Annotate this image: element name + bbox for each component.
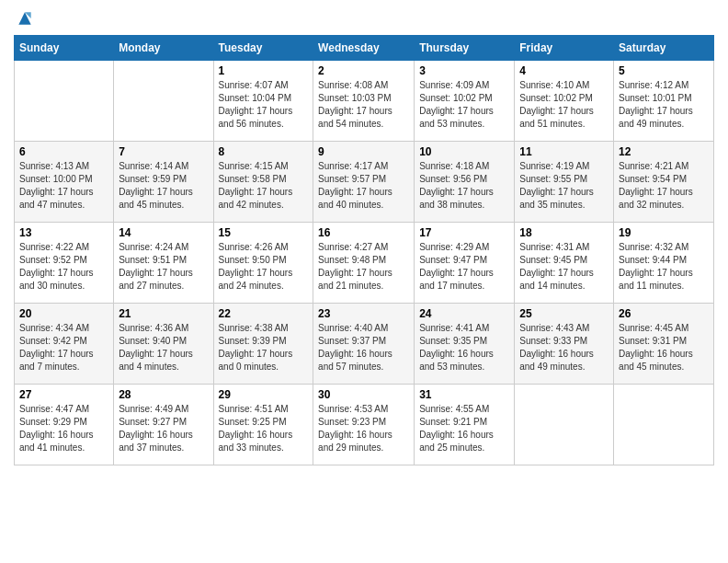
day-number: 16 — [318, 226, 409, 239]
calendar-cell — [515, 385, 614, 465]
day-number: 24 — [419, 307, 509, 320]
day-number: 26 — [619, 307, 709, 320]
day-info: Sunrise: 4:55 AMSunset: 9:21 PMDaylight:… — [419, 403, 509, 454]
calendar-cell: 8Sunrise: 4:15 AMSunset: 9:58 PMDaylight… — [213, 142, 313, 223]
calendar-header-wednesday: Wednesday — [313, 36, 415, 61]
calendar-header-row: SundayMondayTuesdayWednesdayThursdayFrid… — [15, 36, 714, 61]
day-number: 12 — [619, 145, 709, 158]
day-info: Sunrise: 4:07 AMSunset: 10:04 PMDaylight… — [219, 79, 309, 131]
calendar-cell: 25Sunrise: 4:43 AMSunset: 9:33 PMDayligh… — [515, 304, 614, 385]
calendar-cell: 31Sunrise: 4:55 AMSunset: 9:21 PMDayligh… — [415, 385, 515, 465]
day-number: 19 — [619, 226, 709, 239]
calendar-week-3: 13Sunrise: 4:22 AMSunset: 9:52 PMDayligh… — [15, 223, 714, 304]
logo-text — [14, 9, 34, 28]
calendar-header-saturday: Saturday — [614, 36, 714, 61]
day-number: 28 — [119, 388, 208, 401]
day-number: 5 — [619, 64, 709, 77]
calendar-cell: 5Sunrise: 4:12 AMSunset: 10:01 PMDayligh… — [614, 61, 714, 142]
day-info: Sunrise: 4:09 AMSunset: 10:02 PMDaylight… — [419, 79, 509, 131]
calendar-cell: 7Sunrise: 4:14 AMSunset: 9:59 PMDaylight… — [114, 142, 213, 223]
calendar-week-5: 27Sunrise: 4:47 AMSunset: 9:29 PMDayligh… — [15, 385, 714, 465]
day-number: 8 — [219, 145, 309, 158]
calendar-cell: 15Sunrise: 4:26 AMSunset: 9:50 PMDayligh… — [213, 223, 313, 304]
calendar-cell: 4Sunrise: 4:10 AMSunset: 10:02 PMDayligh… — [515, 61, 614, 142]
calendar-header-tuesday: Tuesday — [213, 36, 313, 61]
calendar-cell — [114, 61, 213, 142]
day-info: Sunrise: 4:19 AMSunset: 9:55 PMDaylight:… — [519, 160, 609, 212]
day-info: Sunrise: 4:29 AMSunset: 9:47 PMDaylight:… — [419, 241, 509, 293]
day-info: Sunrise: 4:53 AMSunset: 9:23 PMDaylight:… — [318, 403, 409, 454]
calendar-cell — [15, 61, 114, 142]
header — [14, 9, 714, 28]
calendar-cell: 21Sunrise: 4:36 AMSunset: 9:40 PMDayligh… — [114, 304, 213, 385]
day-info: Sunrise: 4:47 AMSunset: 9:29 PMDaylight:… — [19, 403, 108, 454]
calendar-cell: 14Sunrise: 4:24 AMSunset: 9:51 PMDayligh… — [114, 223, 213, 304]
calendar-cell: 24Sunrise: 4:41 AMSunset: 9:35 PMDayligh… — [415, 304, 515, 385]
day-number: 22 — [219, 307, 309, 320]
day-number: 13 — [19, 226, 108, 239]
day-info: Sunrise: 4:26 AMSunset: 9:50 PMDaylight:… — [219, 241, 309, 293]
day-number: 11 — [519, 145, 609, 158]
calendar-week-2: 6Sunrise: 4:13 AMSunset: 10:00 PMDayligh… — [15, 142, 714, 223]
day-number: 6 — [19, 145, 108, 158]
calendar-cell: 28Sunrise: 4:49 AMSunset: 9:27 PMDayligh… — [114, 385, 213, 465]
day-info: Sunrise: 4:41 AMSunset: 9:35 PMDaylight:… — [419, 322, 509, 373]
day-number: 20 — [19, 307, 108, 320]
day-number: 27 — [19, 388, 108, 401]
calendar-cell: 30Sunrise: 4:53 AMSunset: 9:23 PMDayligh… — [313, 385, 415, 465]
day-number: 15 — [219, 226, 309, 239]
page: SundayMondayTuesdayWednesdayThursdayFrid… — [0, 0, 728, 475]
day-number: 31 — [419, 388, 509, 401]
day-info: Sunrise: 4:24 AMSunset: 9:51 PMDaylight:… — [119, 241, 208, 293]
day-info: Sunrise: 4:15 AMSunset: 9:58 PMDaylight:… — [219, 160, 309, 212]
calendar-cell: 16Sunrise: 4:27 AMSunset: 9:48 PMDayligh… — [313, 223, 415, 304]
logo-icon — [16, 9, 34, 28]
day-number: 23 — [318, 307, 409, 320]
calendar-week-1: 1Sunrise: 4:07 AMSunset: 10:04 PMDayligh… — [15, 61, 714, 142]
day-number: 14 — [119, 226, 208, 239]
day-info: Sunrise: 4:27 AMSunset: 9:48 PMDaylight:… — [318, 241, 409, 293]
day-number: 1 — [219, 64, 309, 77]
day-info: Sunrise: 4:49 AMSunset: 9:27 PMDaylight:… — [119, 403, 208, 454]
day-number: 18 — [519, 226, 609, 239]
calendar-cell: 17Sunrise: 4:29 AMSunset: 9:47 PMDayligh… — [415, 223, 515, 304]
day-info: Sunrise: 4:51 AMSunset: 9:25 PMDaylight:… — [219, 403, 309, 454]
calendar-header-friday: Friday — [515, 36, 614, 61]
day-info: Sunrise: 4:14 AMSunset: 9:59 PMDaylight:… — [119, 160, 208, 212]
calendar-cell: 6Sunrise: 4:13 AMSunset: 10:00 PMDayligh… — [15, 142, 114, 223]
calendar-cell: 27Sunrise: 4:47 AMSunset: 9:29 PMDayligh… — [15, 385, 114, 465]
calendar-cell: 11Sunrise: 4:19 AMSunset: 9:55 PMDayligh… — [515, 142, 614, 223]
day-number: 10 — [419, 145, 509, 158]
calendar-header-thursday: Thursday — [415, 36, 515, 61]
calendar-cell: 1Sunrise: 4:07 AMSunset: 10:04 PMDayligh… — [213, 61, 313, 142]
day-info: Sunrise: 4:32 AMSunset: 9:44 PMDaylight:… — [619, 241, 709, 293]
day-number: 4 — [519, 64, 609, 77]
day-info: Sunrise: 4:36 AMSunset: 9:40 PMDaylight:… — [119, 322, 208, 373]
calendar-cell: 20Sunrise: 4:34 AMSunset: 9:42 PMDayligh… — [15, 304, 114, 385]
calendar-cell: 22Sunrise: 4:38 AMSunset: 9:39 PMDayligh… — [213, 304, 313, 385]
day-info: Sunrise: 4:21 AMSunset: 9:54 PMDaylight:… — [619, 160, 709, 212]
calendar-header-sunday: Sunday — [15, 36, 114, 61]
day-number: 29 — [219, 388, 309, 401]
calendar-cell: 26Sunrise: 4:45 AMSunset: 9:31 PMDayligh… — [614, 304, 714, 385]
day-number: 7 — [119, 145, 208, 158]
calendar-header-monday: Monday — [114, 36, 213, 61]
day-info: Sunrise: 4:08 AMSunset: 10:03 PMDaylight… — [318, 79, 409, 131]
day-info: Sunrise: 4:34 AMSunset: 9:42 PMDaylight:… — [19, 322, 108, 373]
calendar-cell: 3Sunrise: 4:09 AMSunset: 10:02 PMDayligh… — [415, 61, 515, 142]
calendar-cell: 10Sunrise: 4:18 AMSunset: 9:56 PMDayligh… — [415, 142, 515, 223]
day-info: Sunrise: 4:13 AMSunset: 10:00 PMDaylight… — [19, 160, 108, 212]
day-info: Sunrise: 4:31 AMSunset: 9:45 PMDaylight:… — [519, 241, 609, 293]
day-info: Sunrise: 4:45 AMSunset: 9:31 PMDaylight:… — [619, 322, 709, 373]
calendar-table: SundayMondayTuesdayWednesdayThursdayFrid… — [14, 35, 714, 465]
calendar-cell: 29Sunrise: 4:51 AMSunset: 9:25 PMDayligh… — [213, 385, 313, 465]
day-number: 21 — [119, 307, 208, 320]
calendar-cell: 19Sunrise: 4:32 AMSunset: 9:44 PMDayligh… — [614, 223, 714, 304]
day-info: Sunrise: 4:38 AMSunset: 9:39 PMDaylight:… — [219, 322, 309, 373]
day-info: Sunrise: 4:22 AMSunset: 9:52 PMDaylight:… — [19, 241, 108, 293]
day-info: Sunrise: 4:40 AMSunset: 9:37 PMDaylight:… — [318, 322, 409, 373]
calendar-cell: 18Sunrise: 4:31 AMSunset: 9:45 PMDayligh… — [515, 223, 614, 304]
day-info: Sunrise: 4:12 AMSunset: 10:01 PMDaylight… — [619, 79, 709, 131]
day-number: 2 — [318, 64, 409, 77]
calendar-week-4: 20Sunrise: 4:34 AMSunset: 9:42 PMDayligh… — [15, 304, 714, 385]
